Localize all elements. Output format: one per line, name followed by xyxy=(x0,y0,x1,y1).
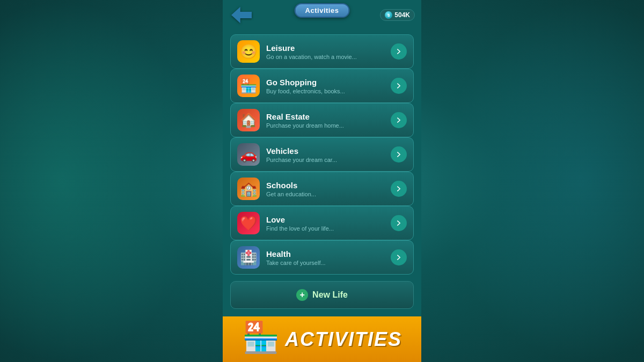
activity-arrow-leisure[interactable] xyxy=(391,43,407,60)
activity-icon-health: 🏥 xyxy=(237,246,260,269)
activity-item-health[interactable]: 🏥 Health Take care of yourself... xyxy=(230,240,414,275)
activity-sub-vehicles: Purchase your dream car... xyxy=(266,157,384,163)
activity-title-leisure: Leisure xyxy=(266,43,384,53)
activity-title-shopping: Go Shopping xyxy=(266,78,384,87)
new-life-label: New Life xyxy=(312,290,348,300)
activity-text-shopping: Go Shopping Buy food, electronics, books… xyxy=(266,78,384,94)
coins-badge: $ 504K xyxy=(380,9,415,21)
new-life-button[interactable]: + New Life xyxy=(230,281,414,309)
activity-sub-leisure: Go on a vacation, watch a movie... xyxy=(266,54,384,60)
activity-icon-leisure: 😊 xyxy=(237,40,260,63)
bg-left xyxy=(0,0,204,362)
activity-text-leisure: Leisure Go on a vacation, watch a movie.… xyxy=(266,43,384,60)
banner-icon: 🏪 xyxy=(242,322,280,352)
activity-item-vehicles[interactable]: 🚗 Vehicles Purchase your dream car... xyxy=(230,137,414,172)
activity-sub-realestate: Purchase your dream home... xyxy=(266,122,384,129)
activity-sub-schools: Get an education... xyxy=(266,191,384,197)
coin-icon: $ xyxy=(385,11,392,19)
activity-title-schools: Schools xyxy=(266,181,384,190)
activities-list[interactable]: 😊 Leisure Go on a vacation, watch a movi… xyxy=(223,30,421,316)
activity-item-leisure[interactable]: 😊 Leisure Go on a vacation, watch a movi… xyxy=(230,34,414,69)
svg-marker-0 xyxy=(231,7,252,23)
activity-text-love: Love Find the love of your life... xyxy=(266,215,384,232)
activity-title-love: Love xyxy=(266,215,384,224)
back-button[interactable] xyxy=(229,4,254,26)
activity-sub-health: Take care of yourself... xyxy=(266,260,384,266)
activity-item-shopping[interactable]: 🏪 Go Shopping Buy food, electronics, boo… xyxy=(230,69,414,103)
activity-icon-realestate: 🏠 xyxy=(237,109,260,131)
game-panel: Activities $ 504K 😊 Leisure Go on a vaca… xyxy=(223,0,421,362)
activity-text-vehicles: Vehicles Purchase your dream car... xyxy=(266,146,384,163)
activity-item-love[interactable]: ❤️ Love Find the love of your life... xyxy=(230,206,414,240)
activity-text-health: Health Take care of yourself... xyxy=(266,249,384,266)
plus-icon: + xyxy=(296,289,308,301)
activity-sub-shopping: Buy food, electronics, books... xyxy=(266,88,384,94)
coins-value: 504K xyxy=(394,11,410,19)
header: Activities $ 504K xyxy=(223,0,421,30)
activity-icon-shopping: 🏪 xyxy=(237,75,260,97)
page-title: Activities xyxy=(295,3,350,18)
activity-sub-love: Find the love of your life... xyxy=(266,225,384,232)
activity-arrow-schools[interactable] xyxy=(391,181,407,197)
activity-icon-vehicles: 🚗 xyxy=(237,143,260,166)
activity-text-schools: Schools Get an education... xyxy=(266,181,384,197)
banner-title: ACTIVITIES xyxy=(285,328,402,351)
activity-icon-love: ❤️ xyxy=(237,212,260,234)
activity-text-realestate: Real Estate Purchase your dream home... xyxy=(266,112,384,129)
activity-arrow-love[interactable] xyxy=(391,215,407,231)
activity-icon-schools: 🏫 xyxy=(237,178,260,200)
bottom-banner: 🏪 ACTIVITIES xyxy=(223,316,421,362)
activity-arrow-shopping[interactable] xyxy=(391,78,407,94)
activity-title-realestate: Real Estate xyxy=(266,112,384,121)
activity-arrow-vehicles[interactable] xyxy=(391,146,407,162)
activity-arrow-realestate[interactable] xyxy=(391,112,407,128)
bg-right xyxy=(440,0,644,362)
activity-item-realestate[interactable]: 🏠 Real Estate Purchase your dream home..… xyxy=(230,103,414,137)
activity-item-schools[interactable]: 🏫 Schools Get an education... xyxy=(230,172,414,206)
activity-arrow-health[interactable] xyxy=(391,249,407,265)
activity-title-vehicles: Vehicles xyxy=(266,146,384,156)
activity-title-health: Health xyxy=(266,249,384,258)
